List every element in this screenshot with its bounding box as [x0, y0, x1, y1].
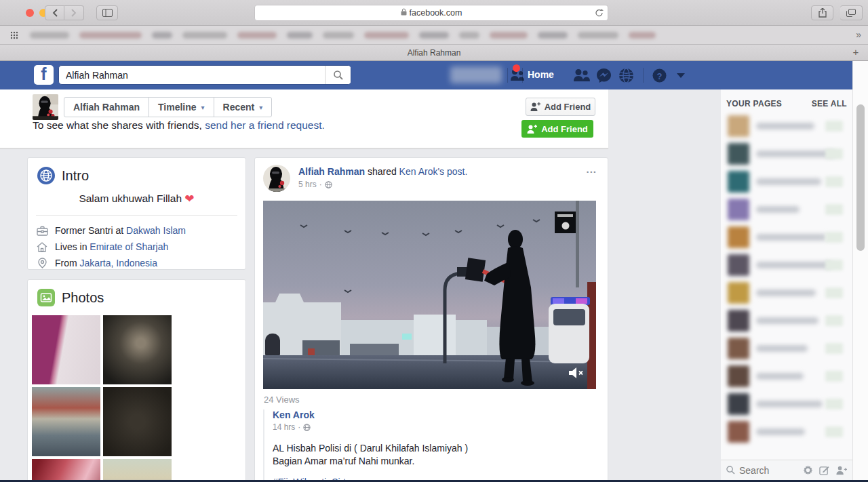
bookmark-item[interactable] [538, 32, 568, 39]
new-tab-button[interactable]: + [849, 46, 863, 58]
shared-post-block: Ken Arok 14 hrs· AL Hisbah Polisi di ( D… [263, 409, 598, 482]
intro-lives-row: Lives in Emirate of Sharjah [28, 239, 245, 255]
bookmark-item[interactable] [237, 32, 277, 39]
active-tab[interactable]: Alfiah Rahman [408, 48, 461, 58]
page-badge [825, 260, 843, 270]
mute-icon[interactable] [568, 366, 585, 380]
photo-thumbnail[interactable] [32, 459, 100, 482]
bookmarks-overflow-button[interactable]: » [856, 29, 861, 40]
sort-dropdown[interactable]: Recent▾ [214, 98, 272, 117]
bookmarks-bar: » [0, 26, 868, 45]
shared-author-link[interactable]: Ken Arok [273, 409, 315, 420]
work-link[interactable]: Dakwah Islam [126, 225, 186, 236]
bookmark-item[interactable] [419, 32, 449, 39]
your-pages-item[interactable] [721, 168, 852, 196]
profile-avatar[interactable] [33, 94, 58, 120]
your-pages-item[interactable] [721, 140, 852, 168]
your-pages-item[interactable] [721, 307, 852, 335]
bookmark-item[interactable] [79, 32, 142, 39]
show-tabs-button[interactable] [840, 5, 863, 20]
photo-thumbnail[interactable] [32, 315, 100, 384]
bookmark-item[interactable] [323, 32, 354, 39]
scrollbar-thumb[interactable] [856, 104, 865, 251]
home-link[interactable]: Home [528, 69, 554, 80]
bookmark-item[interactable] [182, 32, 227, 39]
page-badge [825, 371, 843, 382]
send-friend-request-link[interactable]: send her a friend request. [205, 119, 325, 131]
bookmark-item[interactable] [578, 32, 618, 39]
from-link[interactable]: Jakarta, Indonesia [80, 258, 157, 268]
shared-post-link[interactable]: Ken Arok's post. [399, 166, 468, 177]
profile-shortcut-blurred[interactable] [450, 66, 502, 83]
bookmarks-grid-icon[interactable] [10, 31, 18, 39]
reload-button[interactable] [595, 8, 604, 20]
facebook-logo[interactable]: f [34, 65, 54, 85]
bookmarks-list [30, 32, 656, 39]
friend-request-banner: To see what she shares with friends, sen… [33, 119, 325, 132]
your-pages-item[interactable] [721, 196, 852, 224]
privacy-globe-icon [303, 424, 311, 431]
timeline-dropdown[interactable]: Timeline▾ [149, 98, 214, 117]
facebook-search[interactable] [58, 65, 351, 85]
photo-thumbnail[interactable] [103, 387, 172, 456]
forward-button[interactable] [64, 5, 84, 20]
your-pages-item[interactable] [721, 390, 852, 418]
sidebar-toggle-button[interactable] [96, 5, 118, 20]
intro-globe-icon [37, 167, 55, 184]
heart-icon: ❤ [184, 193, 194, 205]
share-button[interactable] [811, 5, 833, 20]
bookmark-item[interactable] [364, 32, 409, 39]
window-close-button[interactable] [26, 9, 34, 17]
gear-icon[interactable] [803, 465, 813, 475]
page-avatar [728, 338, 749, 359]
search-input[interactable] [59, 66, 325, 84]
messenger-icon[interactable] [596, 68, 612, 83]
search-submit-button[interactable] [325, 66, 351, 84]
photo-thumbnail[interactable] [103, 315, 172, 384]
profile-bio: Salam ukhuwah Fillah ❤ [28, 192, 245, 206]
your-pages-item[interactable] [721, 418, 852, 446]
shared-post-meta: 14 hrs· [273, 422, 598, 432]
page-name [756, 373, 804, 380]
help-icon[interactable]: ? [652, 68, 667, 83]
photo-thumbnail[interactable] [103, 459, 172, 482]
your-pages-item[interactable] [721, 363, 852, 390]
photo-thumbnail[interactable] [32, 387, 100, 456]
your-pages-item[interactable] [721, 252, 852, 279]
shared-post-author: Ken Arok [273, 409, 598, 420]
video-player[interactable] [263, 201, 596, 389]
your-pages-item[interactable] [721, 335, 852, 363]
add-person-icon[interactable] [835, 466, 847, 475]
bookmark-item[interactable] [490, 32, 528, 39]
page-badge [825, 287, 843, 298]
profile-name-tab[interactable]: Alfiah Rahman [64, 98, 149, 117]
lives-in-link[interactable]: Emirate of Sharjah [90, 241, 168, 252]
post-options-button[interactable]: ... [586, 163, 597, 175]
page-scrollbar[interactable] [852, 61, 868, 482]
photos-title: Photos [62, 290, 104, 306]
bookmark-item[interactable] [30, 32, 69, 39]
your-pages-item[interactable] [721, 224, 852, 252]
page-avatar [728, 310, 749, 332]
post-author-link[interactable]: Alfiah Rahman [298, 166, 365, 177]
address-bar[interactable]: facebook.com [254, 5, 608, 21]
page-name [756, 401, 823, 407]
post-author-avatar[interactable] [263, 165, 290, 192]
friends-icon[interactable] [572, 68, 591, 82]
add-friend-button-green[interactable]: Add Friend [521, 120, 593, 138]
globe-icon[interactable] [618, 68, 634, 83]
profile-toolbar: Alfiah Rahman Timeline▾ Recent▾ Add Frie… [0, 89, 608, 148]
your-pages-item[interactable] [721, 279, 852, 307]
see-all-link[interactable]: SEE ALL [812, 99, 847, 108]
bookmark-item[interactable] [629, 32, 656, 39]
bookmark-item[interactable] [152, 32, 172, 39]
compose-icon[interactable] [819, 465, 829, 475]
bookmark-item[interactable] [287, 32, 313, 39]
account-menu-caret-icon[interactable] [677, 73, 685, 78]
your-pages-item[interactable] [721, 113, 852, 140]
back-button[interactable] [45, 5, 64, 20]
pages-search-input[interactable] [739, 465, 788, 476]
add-friend-button[interactable]: Add Friend [526, 98, 595, 116]
back-chevron-icon [52, 9, 58, 17]
bookmark-item[interactable] [459, 32, 479, 39]
